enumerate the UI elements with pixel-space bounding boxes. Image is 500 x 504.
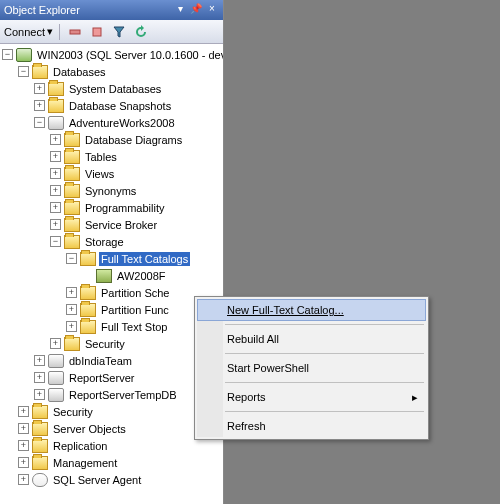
server-icon (16, 48, 32, 62)
expand-toggle[interactable]: + (50, 202, 61, 213)
expand-toggle[interactable]: + (34, 83, 45, 94)
stop-icon[interactable] (89, 24, 105, 40)
tree-node[interactable]: Service Broker (83, 218, 159, 232)
menu-separator (225, 353, 424, 354)
folder-icon (80, 286, 96, 300)
svg-rect-1 (93, 28, 101, 36)
tree-node[interactable]: Security (83, 337, 127, 351)
tree-node[interactable]: AW2008F (115, 269, 168, 283)
context-menu: New Full-Text Catalog... Rebuild All Sta… (194, 296, 429, 440)
connect-button[interactable]: Connect ▾ (4, 25, 53, 38)
tree-node[interactable]: ReportServerTempDB (67, 388, 179, 402)
expand-toggle[interactable]: − (2, 49, 13, 60)
menu-separator (225, 324, 424, 325)
menu-start-powershell[interactable]: Start PowerShell (197, 357, 426, 379)
panel-title: Object Explorer (4, 4, 80, 16)
submenu-arrow-icon: ▸ (412, 391, 418, 404)
tree-node[interactable]: Database Diagrams (83, 133, 184, 147)
tree-node[interactable]: Views (83, 167, 116, 181)
pin-icon[interactable]: 📌 (189, 3, 203, 17)
expand-toggle[interactable]: + (34, 372, 45, 383)
folder-icon (64, 150, 80, 164)
tree-node[interactable]: Security (51, 405, 95, 419)
menu-rebuild-all[interactable]: Rebuild All (197, 328, 426, 350)
menu-separator (225, 382, 424, 383)
expand-toggle[interactable]: + (50, 219, 61, 230)
folder-icon (32, 439, 48, 453)
tree-node[interactable]: System Databases (67, 82, 163, 96)
catalog-icon (96, 269, 112, 283)
database-icon (48, 354, 64, 368)
tree-node[interactable]: Management (51, 456, 119, 470)
server-node[interactable]: WIN2003 (SQL Server 10.0.1600 - dev) (35, 48, 223, 62)
expand-toggle[interactable]: + (18, 423, 29, 434)
tree-node[interactable]: Partition Sche (99, 286, 171, 300)
folder-icon (32, 405, 48, 419)
folder-icon (48, 82, 64, 96)
menu-reports[interactable]: Reports▸ (197, 386, 426, 408)
disconnect-icon[interactable] (67, 24, 83, 40)
dropdown-icon: ▾ (47, 25, 53, 38)
refresh-icon[interactable] (133, 24, 149, 40)
expand-toggle[interactable]: + (18, 457, 29, 468)
expand-toggle[interactable]: + (34, 389, 45, 400)
database-icon (48, 116, 64, 130)
object-explorer-panel: Object Explorer ▾ 📌 × Connect ▾ −WIN2003… (0, 0, 224, 504)
expand-toggle[interactable]: + (18, 406, 29, 417)
expand-toggle[interactable]: + (50, 185, 61, 196)
expand-toggle[interactable]: + (66, 287, 77, 298)
tree-node[interactable]: SQL Server Agent (51, 473, 143, 487)
expand-toggle[interactable]: + (34, 100, 45, 111)
tree-node[interactable]: Partition Func (99, 303, 171, 317)
expand-toggle[interactable]: − (34, 117, 45, 128)
folder-icon (64, 218, 80, 232)
tree-node[interactable]: Full Text Stop (99, 320, 169, 334)
databases-node[interactable]: Databases (51, 65, 108, 79)
expand-toggle[interactable]: + (66, 321, 77, 332)
expand-toggle[interactable]: + (66, 304, 77, 315)
tree-node[interactable]: ReportServer (67, 371, 136, 385)
database-icon (48, 388, 64, 402)
filter-icon[interactable] (111, 24, 127, 40)
folder-icon (32, 422, 48, 436)
expand-toggle[interactable]: + (50, 338, 61, 349)
menu-new-fulltext-catalog[interactable]: New Full-Text Catalog... (197, 299, 426, 321)
tree-node[interactable]: Database Snapshots (67, 99, 173, 113)
connect-label: Connect (4, 26, 45, 38)
expand-toggle[interactable]: + (34, 355, 45, 366)
tree-node[interactable]: Synonyms (83, 184, 138, 198)
tree-node[interactable]: Replication (51, 439, 109, 453)
tree-node[interactable]: Tables (83, 150, 119, 164)
folder-icon (80, 252, 96, 266)
agent-icon (32, 473, 48, 487)
toolbar-sep (59, 24, 61, 40)
folder-icon (80, 320, 96, 334)
tree-node[interactable]: Storage (83, 235, 126, 249)
menu-separator (225, 411, 424, 412)
full-text-catalogs-node[interactable]: Full Text Catalogs (99, 252, 190, 266)
close-icon[interactable]: × (205, 3, 219, 17)
tree[interactable]: −WIN2003 (SQL Server 10.0.1600 - dev) −D… (0, 44, 223, 504)
expand-toggle[interactable]: − (18, 66, 29, 77)
tree-node[interactable]: dbIndiaTeam (67, 354, 134, 368)
dropdown-icon[interactable]: ▾ (173, 3, 187, 17)
folder-icon (64, 184, 80, 198)
folder-icon (64, 235, 80, 249)
expand-toggle[interactable]: − (66, 253, 77, 264)
tree-node[interactable]: Programmability (83, 201, 166, 215)
folder-icon (80, 303, 96, 317)
folder-icon (64, 337, 80, 351)
expand-toggle[interactable]: + (50, 134, 61, 145)
database-icon (48, 371, 64, 385)
expand-toggle[interactable]: + (18, 440, 29, 451)
menu-refresh[interactable]: Refresh (197, 415, 426, 437)
folder-icon (32, 65, 48, 79)
expand-toggle[interactable]: + (50, 151, 61, 162)
tree-node[interactable]: AdventureWorks2008 (67, 116, 177, 130)
expand-toggle[interactable]: − (50, 236, 61, 247)
folder-icon (48, 99, 64, 113)
tree-node[interactable]: Server Objects (51, 422, 128, 436)
svg-rect-0 (70, 30, 80, 34)
expand-toggle[interactable]: + (50, 168, 61, 179)
expand-toggle[interactable]: + (18, 474, 29, 485)
